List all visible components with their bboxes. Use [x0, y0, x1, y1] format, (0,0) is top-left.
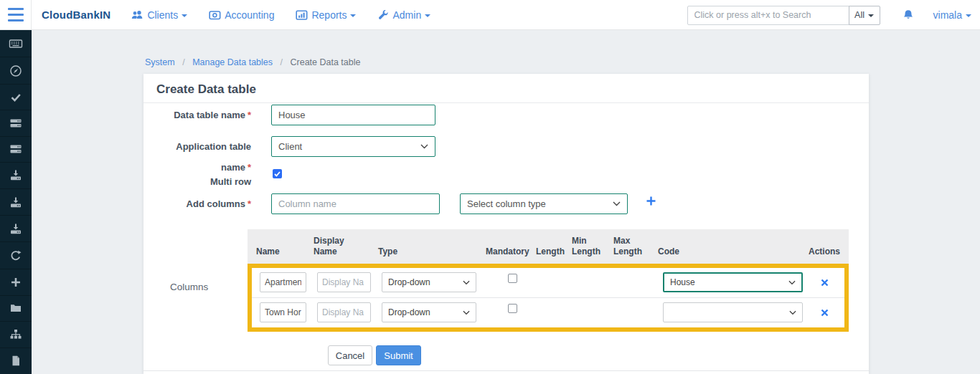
breadcrumb-separator: / — [182, 57, 184, 67]
left-sidebar — [0, 30, 32, 374]
sidebar-item-files[interactable] — [0, 348, 32, 374]
breadcrumb-system[interactable]: System — [145, 57, 175, 67]
menu-label: Admin — [392, 9, 421, 21]
breadcrumb-separator: / — [281, 57, 283, 67]
columns-section-label: Columns — [170, 282, 208, 292]
sidebar-item-refresh[interactable] — [0, 242, 32, 269]
divider — [143, 370, 869, 371]
hamburger-menu-button[interactable] — [0, 0, 32, 30]
table-row: Drop-down — [252, 297, 844, 327]
selected-value: Drop-down — [388, 277, 463, 287]
plus-icon — [646, 196, 656, 206]
search-scope-dropdown[interactable]: All — [849, 6, 880, 25]
refresh-icon — [9, 249, 22, 262]
breadcrumb-manage-data-tables[interactable]: Manage Data tables — [192, 57, 273, 67]
sidebar-item-keyboard[interactable] — [0, 30, 32, 57]
multi-row-row: Multi row — [143, 168, 869, 188]
header-actions: Actions — [809, 246, 840, 258]
users-icon — [131, 9, 143, 21]
menu-item-accounting[interactable]: Accounting — [209, 9, 274, 21]
column-name-input[interactable] — [271, 193, 440, 214]
required-asterisk: * — [248, 110, 251, 120]
application-table-name-row: Application table name* Client — [143, 136, 869, 157]
application-table-name-select[interactable]: Client — [271, 136, 435, 157]
cancel-button[interactable]: Cancel — [328, 345, 372, 365]
row-name-input[interactable] — [260, 302, 306, 322]
multi-row-label: Multi row — [143, 168, 251, 196]
sitemap-icon — [9, 328, 22, 340]
bell-icon — [902, 9, 915, 21]
create-data-table-card: Create Data table Data table name* Appli… — [143, 74, 869, 374]
username: vimala — [933, 9, 962, 21]
row-mandatory-checkbox[interactable] — [508, 304, 517, 313]
notifications-button[interactable] — [902, 9, 915, 21]
search-input[interactable] — [687, 6, 849, 25]
check-icon — [9, 92, 22, 103]
chevron-down-icon — [788, 280, 796, 285]
chevron-down-icon — [420, 144, 428, 149]
global-search: All — [687, 6, 880, 25]
sidebar-item-server-2[interactable] — [0, 137, 32, 163]
sidebar-item-dashboard[interactable] — [0, 57, 32, 85]
header-display-name: Display Name — [314, 236, 351, 258]
add-column-button[interactable] — [646, 196, 656, 208]
column-type-select[interactable]: Select column type — [460, 193, 628, 214]
highlight-box: Drop-down House — [248, 264, 849, 332]
row-display-name-input[interactable] — [317, 272, 371, 292]
sidebar-item-import-2[interactable] — [0, 189, 32, 216]
delete-row-button[interactable] — [821, 277, 829, 289]
row-mandatory-checkbox[interactable] — [508, 274, 517, 283]
menu-item-admin[interactable]: Admin — [377, 9, 430, 21]
submit-button[interactable]: Submit — [376, 345, 421, 365]
row-code-select[interactable] — [663, 302, 803, 322]
file-icon — [10, 355, 22, 367]
selected-value: Client — [278, 141, 416, 152]
navbar-right: All vimala — [687, 0, 971, 30]
row-display-name-input[interactable] — [317, 302, 371, 322]
main-content: System / Manage Data tables / Create Dat… — [32, 30, 980, 374]
menu-label: Accounting — [225, 9, 274, 21]
data-table-name-input[interactable] — [271, 105, 435, 125]
search-scope-label: All — [854, 10, 864, 20]
sidebar-item-documents[interactable] — [0, 296, 32, 322]
sidebar-item-import-3[interactable] — [0, 216, 32, 242]
header-code: Code — [658, 246, 679, 258]
folder-icon — [9, 302, 22, 314]
row-type-select[interactable]: Drop-down — [382, 272, 476, 292]
hamburger-icon — [8, 6, 24, 24]
user-menu[interactable]: vimala — [933, 9, 971, 21]
chevron-down-icon — [868, 14, 874, 17]
row-name-input[interactable] — [260, 272, 306, 292]
close-icon — [821, 279, 829, 287]
data-table-name-label: Data table name* — [143, 105, 251, 125]
add-columns-label: Add columns* — [143, 193, 251, 214]
dashboard-icon — [9, 64, 22, 77]
columns-table: Name Display Name Type Mandatory Length … — [248, 229, 849, 264]
header-name: Name — [256, 246, 280, 258]
sidebar-item-import-1[interactable] — [0, 163, 32, 189]
sidebar-item-hierarchy[interactable] — [0, 322, 32, 348]
menu-label: Clients — [147, 9, 178, 21]
chevron-down-icon — [966, 14, 971, 17]
multi-row-checkbox[interactable] — [273, 169, 282, 178]
accounting-icon — [209, 9, 221, 21]
delete-row-button[interactable] — [821, 307, 829, 320]
menu-item-reports[interactable]: Reports — [296, 9, 356, 21]
sidebar-item-approvals[interactable] — [0, 85, 32, 110]
sidebar-item-add[interactable] — [0, 269, 32, 295]
keyboard-icon — [9, 37, 23, 50]
sidebar-item-server-1[interactable] — [0, 110, 32, 136]
row-type-select[interactable]: Drop-down — [382, 302, 476, 322]
row-code-select[interactable]: House — [663, 272, 803, 292]
plus-icon — [10, 277, 22, 288]
top-navbar: CloudBankIN Clients Accounting — [0, 0, 980, 30]
selected-value: House — [670, 277, 788, 287]
page-title: Create Data table — [156, 82, 256, 97]
divider — [143, 102, 869, 103]
bar-chart-icon — [296, 9, 308, 21]
menu-item-clients[interactable]: Clients — [131, 9, 187, 21]
chevron-down-icon — [182, 14, 187, 17]
header-min-length: Min Length — [572, 236, 603, 258]
download-icon — [9, 169, 22, 181]
selected-value: Select column type — [467, 198, 608, 209]
